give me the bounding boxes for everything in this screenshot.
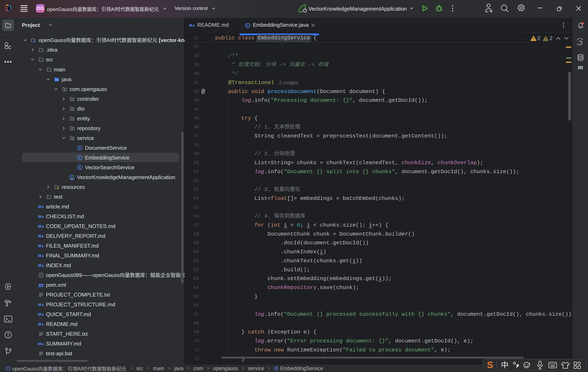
svg-text:M: M [38, 342, 41, 346]
svg-text:C: C [79, 156, 81, 159]
svg-text:M: M [38, 263, 41, 268]
svg-text:C: C [79, 166, 81, 169]
svg-text:C: C [79, 146, 81, 150]
svg-text:IJ: IJ [7, 6, 8, 9]
svg-text:M: M [38, 214, 41, 219]
svg-text:M: M [38, 302, 41, 307]
svg-text:M: M [38, 244, 41, 248]
svg-text:M: M [38, 234, 41, 238]
svg-text:M: M [38, 224, 41, 228]
svg-text:C: C [247, 24, 249, 27]
svg-text:?: ? [40, 274, 42, 277]
svg-text:M: M [189, 23, 192, 28]
svg-text:M: M [38, 253, 41, 258]
svg-text:M: M [38, 312, 41, 317]
svg-text:M: M [38, 205, 41, 209]
svg-text:C: C [275, 367, 277, 370]
svg-text:M: M [38, 322, 41, 326]
